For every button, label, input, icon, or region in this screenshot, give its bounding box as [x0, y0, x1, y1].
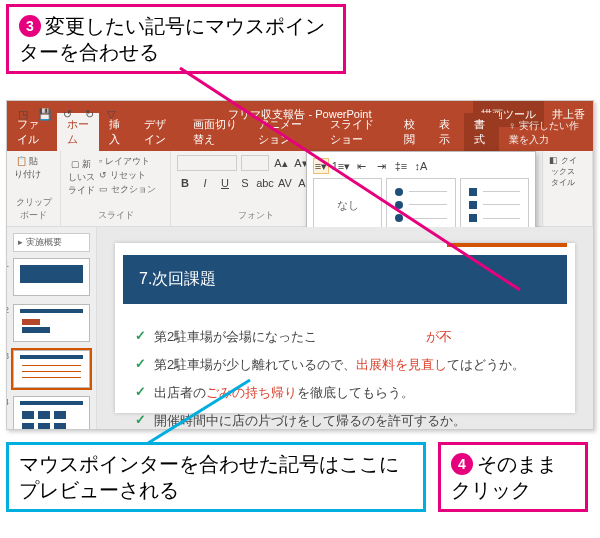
- save-icon[interactable]: 💾: [37, 106, 53, 122]
- bullet-item-1[interactable]: ✓第2駐車場が会場になったこ が不: [135, 328, 555, 346]
- ribbon-tabs: ファイル ホーム 挿入 デザイン 画面切り替え アニメーション スライド ショー…: [7, 127, 593, 151]
- increase-font-icon[interactable]: A▴: [273, 155, 289, 171]
- bullet-option-filled-round[interactable]: [386, 178, 455, 232]
- increase-indent-icon[interactable]: ⇥: [373, 158, 389, 174]
- bold-icon[interactable]: B: [177, 175, 193, 191]
- callout-4-badge: 4: [451, 453, 473, 475]
- check-icon: ✓: [135, 328, 146, 343]
- callout-preview: マウスポインターを合わせた記号はここにプレビューされる: [6, 442, 426, 512]
- thumb-1-num: 1: [7, 259, 9, 269]
- new-slide-button[interactable]: ▢ 新しいスライド: [67, 158, 95, 194]
- tab-slideshow[interactable]: スライド ショー: [320, 113, 394, 151]
- powerpoint-window: ◳ 💾 ↺ ↻ ▽ フリマ収支報告 - PowerPoint 描画ツール 井上香…: [6, 100, 594, 430]
- group-paragraph: ≡▾ 1≡▾ ⇤ ⇥ ‡≡ ↕A なし: [341, 151, 543, 226]
- group-slides-label: スライド: [67, 209, 164, 222]
- callout-4: 4そのままクリック: [438, 442, 588, 512]
- text-direction-icon[interactable]: ↕A: [413, 158, 429, 174]
- shadow-icon[interactable]: abc: [257, 175, 273, 191]
- italic-icon[interactable]: I: [197, 175, 213, 191]
- slide-thumb-2[interactable]: 2: [13, 304, 90, 342]
- layout-button[interactable]: ▫ レイアウト: [99, 155, 156, 168]
- bullets-dropdown-icon[interactable]: ≡▾: [313, 158, 329, 174]
- bullet-item-4[interactable]: ✓開催時間中に店の片づけをして帰るのを許可するか。: [135, 412, 555, 429]
- quick-styles-icon: ◧: [549, 155, 558, 165]
- accent-bar: [447, 243, 567, 247]
- spacing-icon[interactable]: AV: [277, 175, 293, 191]
- callout-preview-text: マウスポインターを合わせた記号はここにプレビューされる: [19, 453, 399, 501]
- reset-button[interactable]: ↺ リセット: [99, 169, 156, 182]
- bullet-option-none[interactable]: なし: [313, 178, 382, 232]
- thumbnail-pane: ▸ 実施概要 1 2 3 4: [7, 227, 97, 429]
- tab-design[interactable]: デザイン: [134, 113, 184, 151]
- undo-icon[interactable]: ↺: [59, 106, 75, 122]
- thumb-3-num: 3: [7, 351, 9, 361]
- slide-page: 7.次回課題 ✓第2駐車場が会場になったこ が不 ✓第2駐車場が少し離れているの…: [115, 243, 575, 413]
- tab-animations[interactable]: アニメーション: [248, 113, 320, 151]
- numbering-dropdown-icon[interactable]: 1≡▾: [333, 158, 349, 174]
- outline-title: ▸ 実施概要: [13, 233, 90, 252]
- start-icon[interactable]: ▽: [103, 106, 119, 122]
- strike-icon[interactable]: S: [237, 175, 253, 191]
- callout-3-text: 変更したい記号にマウスポインターを合わせる: [19, 15, 325, 63]
- tab-format[interactable]: 書式: [464, 113, 499, 151]
- quick-styles-button[interactable]: ◧ クイックスタイル: [549, 155, 577, 191]
- quick-access-toolbar: ◳ 💾 ↺ ↻ ▽: [7, 106, 127, 122]
- check-icon: ✓: [135, 384, 146, 399]
- bullet-option-filled-square[interactable]: [460, 178, 529, 232]
- slide-thumb-4[interactable]: 4: [13, 396, 90, 429]
- clipboard-icon: 📋: [16, 156, 27, 166]
- slide-thumb-1[interactable]: 1: [13, 258, 90, 296]
- group-slides: ▢ 新しいスライド ▫ レイアウト ↺ リセット ▭ セクション スライド: [61, 151, 171, 226]
- check-icon: ✓: [135, 356, 146, 371]
- paste-button[interactable]: 📋 貼り付け: [13, 155, 41, 191]
- ribbon: 📋 貼り付け クリップボード ▢ 新しいスライド ▫ レイアウト ↺ リセット …: [7, 151, 593, 227]
- work-area: ▸ 実施概要 1 2 3 4 7.次回課題 ✓第2駐車場が会場になったこ が不 …: [7, 227, 593, 429]
- section-button[interactable]: ▭ セクション: [99, 183, 156, 196]
- redo-icon[interactable]: ↻: [81, 106, 97, 122]
- group-styles: ◧ クイックスタイル: [543, 151, 593, 226]
- new-slide-icon: ▢: [71, 159, 80, 169]
- check-icon: ✓: [135, 412, 146, 427]
- callout-3: 3変更したい記号にマウスポインターを合わせる: [6, 4, 346, 74]
- tell-me[interactable]: 実行したい作業を入力: [499, 115, 593, 151]
- bullet-item-3[interactable]: ✓出店者のごみの持ち帰りを徹底してもらう。: [135, 384, 555, 402]
- bullet-list[interactable]: ✓第2駐車場が会場になったこ が不 ✓第2駐車場が少し離れているので、出展料を見…: [115, 304, 575, 429]
- thumb-4-num: 4: [7, 397, 9, 407]
- callout-3-badge: 3: [19, 15, 41, 37]
- tab-review[interactable]: 校閲: [394, 113, 429, 151]
- group-clipboard-label: クリップボード: [13, 196, 54, 222]
- logo-icon: ◳: [15, 106, 31, 122]
- underline-icon[interactable]: U: [217, 175, 233, 191]
- slide-title[interactable]: 7.次回課題: [123, 255, 567, 304]
- linespacing-icon[interactable]: ‡≡: [393, 158, 409, 174]
- slide-editor[interactable]: 7.次回課題 ✓第2駐車場が会場になったこ が不 ✓第2駐車場が少し離れているの…: [97, 227, 593, 429]
- font-family-select[interactable]: [177, 155, 237, 171]
- font-size-select[interactable]: [241, 155, 269, 171]
- thumb-2-num: 2: [7, 305, 9, 315]
- bullet-item-2[interactable]: ✓第2駐車場が少し離れているので、出展料を見直してはどうか。: [135, 356, 555, 374]
- decrease-indent-icon[interactable]: ⇤: [353, 158, 369, 174]
- tab-view[interactable]: 表示: [429, 113, 464, 151]
- tab-transitions[interactable]: 画面切り替え: [183, 113, 248, 151]
- group-clipboard: 📋 貼り付け クリップボード: [7, 151, 61, 226]
- slide-thumb-3[interactable]: 3: [13, 350, 90, 388]
